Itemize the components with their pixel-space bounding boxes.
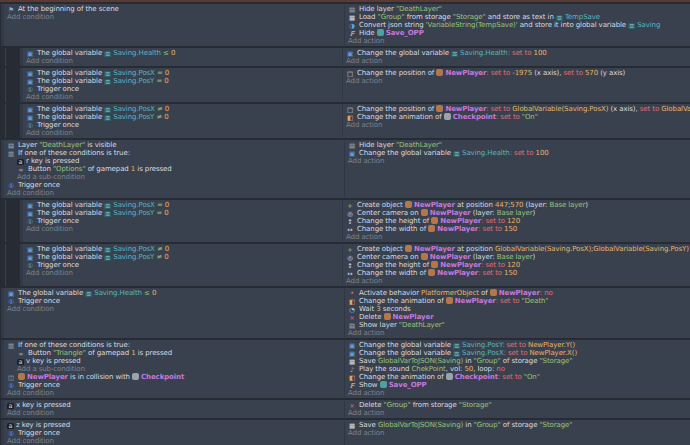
condition-row[interactable]: ▣The global variable ≡Saving.PosX ≠ 0 [23,245,342,253]
action-row[interactable]: ↔Change the width of NewPlayer: set to 1… [343,269,690,277]
event-block[interactable]: az key is pressed①Trigger onceAdd condit… [1,420,690,445]
event-block[interactable]: ▣The global variable ≡Saving.Health ≤ 0A… [20,48,690,66]
action-row[interactable]: ▣Change the global variable ≡Saving.PosY… [345,341,690,349]
condition-row[interactable]: ①Trigger once [4,429,344,437]
condition-row[interactable]: ①Trigger once [4,297,344,305]
condition-row[interactable]: ▣The global variable ≡Saving.Health ≤ 0 [23,49,342,57]
action-row[interactable]: ▦Save GlobalVarToJSON(Saving) in "Group"… [345,357,690,365]
add-action-button[interactable]: Add action [345,429,690,437]
action-row[interactable]: FShow Save_OPP [345,381,690,389]
instruction-text: Load [359,13,378,21]
action-row[interactable]: FHide Save_OPP [345,29,690,37]
action-row[interactable]: *Activate behavior PlatformerObject of N… [345,289,690,297]
action-row[interactable]: ♪Play the sound ChekPoint, vol: 50, loop… [345,365,690,373]
add-condition-button[interactable]: Add condition [23,225,342,233]
add-condition-button[interactable]: Add condition [23,129,342,137]
add-sub-condition-button[interactable]: Add a sub-condition [4,365,344,373]
action-row[interactable]: +Create object NewPlayer at position 447… [343,201,690,209]
action-row[interactable]: ◎Center camera on NewPlayer (layer: Base… [343,253,690,261]
add-sub-condition-button[interactable]: Add a sub-condition [4,173,344,181]
action-row[interactable]: ◧Change the animation of Checkpoint: set… [343,113,690,121]
condition-row[interactable]: az key is pressed [4,421,344,429]
condition-row[interactable]: ①Trigger once [23,261,342,269]
condition-row[interactable]: ▣The global variable ≡Saving.PosY = 0 [23,209,342,217]
condition-row[interactable]: ▣The global variable ≡Saving.Health ≤ 0 [4,289,344,297]
add-condition-button[interactable]: Add condition [4,409,344,417]
action-row[interactable]: ▦Load "Group" from storage "Storage" and… [345,13,690,21]
add-action-button[interactable]: Add action [343,233,690,241]
action-row[interactable]: ▣Change the global variable ≡Saving.PosX… [345,349,690,357]
event-block[interactable]: ax key is pressedAdd condition×Delete "G… [1,400,690,418]
add-condition-button[interactable]: Add condition [4,305,344,313]
add-condition-button[interactable]: Add condition [4,437,344,445]
action-row[interactable]: ◎Center camera on NewPlayer (layer: Base… [343,209,690,217]
condition-row[interactable]: ①Trigger once [4,381,344,389]
event-block[interactable]: ▣The global variable ≡Saving.PosX = 0▣Th… [20,68,690,102]
condition-row[interactable]: ∞Button "Triangle" of gamepad 1 is press… [4,349,344,357]
action-row[interactable]: ◧Change the animation of Checkpoint: set… [345,373,690,381]
condition-row[interactable]: ▣The global variable ≡Saving.PosY ≠ 0 [23,113,342,121]
add-action-button[interactable]: Add action [345,389,690,397]
action-row[interactable]: ◧Change the animation of NewPlayer: set … [345,297,690,305]
event-block[interactable]: ▣The global variable ≡Saving.PosX = 0▣Th… [20,200,690,242]
event-block[interactable]: ▣The global variable ≡Saving.PosX ≠ 0▣Th… [20,244,690,286]
condition-row[interactable]: ar key is pressed [4,157,344,165]
add-condition-button[interactable]: Add condition [23,57,342,65]
condition-row[interactable]: ▣The global variable ≡Saving.PosX ≠ 0 [23,105,342,113]
action-row[interactable]: ▦Save GlobalVarToJSON(Saving) in "Group"… [345,421,690,429]
add-action-button[interactable]: Add action [343,121,690,129]
action-row[interactable]: ↔Change the width of NewPlayer: set to 1… [343,225,690,233]
action-row[interactable]: +Create object NewPlayer at position Glo… [343,245,690,253]
condition-row[interactable]: ①Trigger once [23,217,342,225]
add-action-button[interactable]: Add action [343,277,690,285]
condition-row[interactable]: ▥If one of these conditions is true: [4,149,344,157]
event-block[interactable]: ▥If one of these conditions is true:∞But… [1,340,690,398]
add-condition-button[interactable]: Add condition [4,389,344,397]
action-row[interactable]: □Change the position of NewPlayer: set t… [343,69,690,77]
action-row[interactable]: ×Delete NewPlayer [345,313,690,321]
action-row[interactable]: ◔Wait 3 seconds [345,305,690,313]
action-row[interactable]: ↕Change the height of NewPlayer: set to … [343,261,690,269]
event-block[interactable]: ▣The global variable ≡Saving.PosX ≠ 0▣Th… [20,104,690,138]
condition-row[interactable]: ▣The global variable ≡Saving.PosX = 0 [23,69,342,77]
add-action-button[interactable]: Add action [343,77,690,85]
condition-row[interactable]: ①Trigger once [23,85,342,93]
condition-row[interactable]: ▤Layer "DeathLayer" is visible [4,141,344,149]
condition-row[interactable]: ▣The global variable ≡Saving.PosY = 0 [23,77,342,85]
condition-row[interactable]: ①Trigger once [23,121,342,129]
condition-row[interactable]: ∞Button "Options" of gamepad 1 is presse… [4,165,344,173]
add-action-button[interactable]: Add action [343,57,690,65]
action-row[interactable]: ▣Change the global variable ≡Saving.Heal… [343,49,690,57]
condition-row[interactable]: ax key is pressed [4,401,344,409]
action-row[interactable]: □Change the position of NewPlayer: set t… [343,105,690,113]
action-row[interactable]: ▤Hide layer "DeathLayer" [345,141,690,149]
action-row[interactable]: ↕Change the height of NewPlayer: set to … [343,217,690,225]
condition-row[interactable]: ▣The global variable ≡Saving.PosY ≠ 0 [23,253,342,261]
action-row[interactable]: ×Delete "Group" from storage "Storage" [345,401,690,409]
add-condition-button[interactable]: Add condition [4,189,344,197]
condition-row[interactable]: ①Trigger once [4,181,344,189]
condition-row[interactable]: ◫NewPlayer is in collision with Checkpoi… [4,373,344,381]
condition-row[interactable]: av key is pressed [4,357,344,365]
event-block[interactable]: ▤Layer "DeathLayer" is visible▥If one of… [1,140,690,198]
instruction-text: NewPlayer [440,261,481,269]
add-action-button[interactable]: Add action [345,409,690,417]
event-block[interactable]: ▣The global variable ≡Saving.Health ≤ 0①… [1,288,690,338]
action-row[interactable]: ◑Convert json string 'VariableString(Tem… [345,21,690,29]
instruction-text: x key is pressed [16,401,71,409]
condition-row[interactable]: ▣The global variable ≡Saving.PosX = 0 [23,201,342,209]
condition-row[interactable]: ▥If one of these conditions is true: [4,341,344,349]
action-row[interactable]: ▤Hide layer "DeathLayer" [345,5,690,13]
add-condition-button[interactable]: Add condition [23,269,342,277]
condition-row[interactable]: ⚑At the beginning of the scene [4,5,344,13]
add-action-button[interactable]: Add action [345,157,690,165]
variable-badge-icon: ≡ [451,51,458,57]
add-action-button[interactable]: Add action [345,37,690,45]
event-block[interactable]: ⚑At the beginning of the sceneAdd condit… [1,4,690,46]
add-condition-button[interactable]: Add condition [23,93,342,101]
action-row[interactable]: ▣Change the global variable ≡Saving.Heal… [345,149,690,157]
add-action-button[interactable]: Add action [345,329,690,337]
action-row[interactable]: ▤Show layer "DeathLayer" [345,321,690,329]
add-condition-button[interactable]: Add condition [4,13,344,21]
newplayer-object-icon [431,261,438,268]
